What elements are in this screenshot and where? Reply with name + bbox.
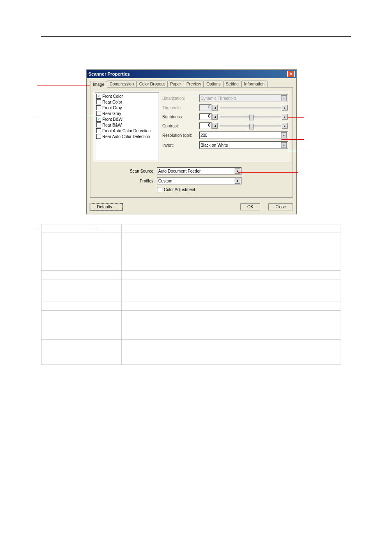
brightness-value[interactable]: 0 (199, 113, 212, 120)
titlebar: Scanner Properties ✕ (87, 70, 296, 78)
tab-compression[interactable]: Compression (107, 81, 137, 87)
brightness-label: Brightness: (162, 115, 199, 119)
profiles-label: Profiles: (93, 179, 157, 183)
checkbox-icon[interactable] (96, 134, 101, 139)
callout-line (37, 85, 92, 85)
threshold-value: 0 (199, 104, 212, 111)
contrast-label: Contrast: (162, 124, 199, 128)
tab-options[interactable]: Options (203, 81, 223, 87)
tab-color-dropout[interactable]: Color Dropout (136, 81, 168, 87)
table-row (42, 340, 341, 365)
scanner-properties-dialog: Scanner Properties ✕ Image Compression C… (86, 69, 297, 214)
profiles-dropdown[interactable]: Custom ▾ (157, 177, 242, 185)
arrow-right-icon[interactable]: ▸ (282, 114, 288, 120)
chevron-down-icon[interactable]: ▾ (235, 168, 240, 174)
callout-line (288, 117, 304, 118)
color-adjustment-checkbox[interactable] (157, 187, 162, 192)
checkbox-icon[interactable] (96, 117, 101, 122)
tab-strip: Image Compression Color Dropout Paper Pr… (87, 78, 296, 87)
checkbox-icon[interactable] (96, 105, 101, 110)
list-item[interactable]: Rear B&W (96, 122, 158, 128)
table-row (42, 224, 341, 233)
resolution-label: Resolution (dpi): (162, 133, 199, 138)
callout-line (37, 116, 92, 116)
callout-line (238, 172, 298, 173)
tab-preview[interactable]: Preview (184, 81, 204, 87)
defaults-button[interactable]: Defaults... (90, 203, 122, 210)
contrast-value[interactable]: 0 (199, 122, 212, 129)
brightness-slider[interactable] (220, 116, 281, 118)
binarization-label: Binarization: (162, 96, 199, 101)
invert-dropdown[interactable]: Black on White ▾ (199, 141, 288, 149)
table-row (42, 302, 341, 311)
checkbox-icon[interactable] (96, 94, 101, 99)
color-adjustment-label: Color Adjustment (164, 187, 195, 192)
list-item[interactable]: Front B&W (96, 116, 158, 122)
callout-line (288, 151, 304, 151)
list-item[interactable]: Front Auto Color Detection (96, 128, 158, 134)
tab-paper[interactable]: Paper (167, 81, 184, 87)
list-item[interactable]: Rear Gray (96, 111, 158, 116)
invert-label: Invert: (162, 143, 199, 148)
settings-panel: Binarization: Dynamic Threshold ▾ Thresh… (162, 92, 288, 160)
arrow-right-icon: ▸ (282, 105, 288, 111)
table-row (42, 262, 341, 271)
table-row (42, 311, 341, 340)
list-item[interactable]: Rear Auto Color Detection (96, 134, 158, 139)
close-icon[interactable]: ✕ (287, 71, 295, 77)
scan-source-label: Scan Source: (93, 169, 157, 173)
arrow-right-icon[interactable]: ▸ (282, 123, 288, 129)
checkbox-icon[interactable] (96, 122, 101, 127)
table-row (42, 271, 341, 279)
threshold-slider (220, 107, 281, 108)
chevron-down-icon[interactable]: ▾ (281, 142, 287, 148)
checkbox-icon[interactable] (96, 128, 101, 133)
arrow-left-icon[interactable]: ◂ (212, 114, 218, 120)
description-table (41, 224, 341, 365)
checkbox-icon[interactable] (96, 99, 101, 104)
tab-body: Front Color Rear Color Front Gray Rear G… (90, 87, 293, 198)
list-item[interactable]: Front Gray (96, 105, 158, 111)
binarization-dropdown: Dynamic Threshold ▾ (199, 95, 288, 102)
arrow-left-icon: ◂ (212, 105, 218, 111)
window-title: Scanner Properties (88, 72, 130, 76)
list-item[interactable]: Rear Color (96, 99, 158, 105)
chevron-down-icon: ▾ (281, 95, 287, 101)
tab-information[interactable]: Information (241, 81, 267, 87)
list-item[interactable]: Front Color (96, 93, 158, 99)
resolution-dropdown[interactable]: 200 ▾ (199, 131, 288, 139)
table-row (42, 233, 341, 262)
ok-button[interactable]: OK (240, 203, 260, 210)
top-rule (41, 36, 351, 37)
close-button[interactable]: Close (268, 203, 293, 210)
image-selection-list[interactable]: Front Color Rear Color Front Gray Rear G… (95, 92, 159, 160)
callout-line (281, 139, 304, 140)
threshold-label: Threshold: (162, 106, 199, 110)
contrast-slider[interactable] (220, 125, 281, 127)
chevron-down-icon[interactable]: ▾ (281, 132, 287, 138)
tab-setting[interactable]: Setting (223, 81, 242, 87)
tab-image[interactable]: Image (90, 81, 107, 88)
table-row (42, 279, 341, 302)
callout-line (37, 230, 97, 230)
chevron-down-icon[interactable]: ▾ (235, 178, 240, 184)
scan-source-dropdown[interactable]: Auto Document Feeder ▾ (157, 167, 242, 175)
checkbox-icon[interactable] (96, 111, 101, 116)
arrow-left-icon[interactable]: ◂ (212, 123, 218, 129)
